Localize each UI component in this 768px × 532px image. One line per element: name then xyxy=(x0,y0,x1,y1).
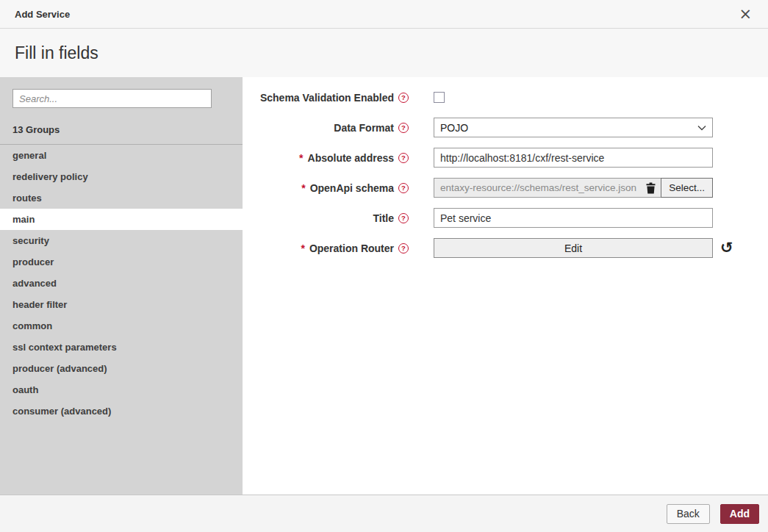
openapi-schema-value: entaxy-resource://schemas/rest_service.j… xyxy=(440,182,641,193)
sidebar-item-producer-advanced[interactable]: producer (advanced) xyxy=(0,358,243,379)
title-input[interactable] xyxy=(434,208,713,228)
sidebar-item-general[interactable]: general xyxy=(0,145,243,166)
help-icon[interactable]: ? xyxy=(398,243,409,254)
openapi-schema-input-group: entaxy-resource://schemas/rest_service.j… xyxy=(434,178,713,198)
openapi-schema-input: entaxy-resource://schemas/rest_service.j… xyxy=(434,178,661,198)
groups-sidebar: 13 Groups general redelivery policy rout… xyxy=(0,77,243,495)
select-schema-button[interactable]: Select... xyxy=(661,178,713,198)
form-row-openapi-schema: * OpenApi schema ? entaxy-resource://sch… xyxy=(243,178,768,198)
sidebar-item-security[interactable]: security xyxy=(0,230,243,251)
sidebar-item-routes[interactable]: routes xyxy=(0,187,243,209)
required-marker: * xyxy=(301,182,306,194)
label-cell: * Operation Router ? xyxy=(243,242,409,254)
control-cell xyxy=(434,92,713,103)
absolute-address-input[interactable] xyxy=(434,148,713,168)
label-cell: Title ? xyxy=(243,212,409,224)
field-label: Data Format xyxy=(334,122,394,134)
dialog-title: Add Service xyxy=(15,9,70,20)
required-marker: * xyxy=(298,152,304,164)
sidebar-item-advanced[interactable]: advanced xyxy=(0,273,243,294)
group-list: general redelivery policy routes main se… xyxy=(0,145,243,422)
field-label: Schema Validation Enabled xyxy=(260,92,394,104)
help-glyph: ? xyxy=(401,245,406,252)
control-cell xyxy=(434,208,713,228)
form-panel: Schema Validation Enabled ? Data Format … xyxy=(243,77,768,495)
sidebar-item-redelivery-policy[interactable]: redelivery policy xyxy=(0,166,243,187)
control-cell: entaxy-resource://schemas/rest_service.j… xyxy=(434,178,713,198)
dialog-header: Add Service × xyxy=(0,0,768,29)
sidebar-item-main[interactable]: main xyxy=(0,209,243,230)
form-row-data-format: Data Format ? POJO xyxy=(243,118,768,137)
edit-operation-router-button[interactable]: Edit xyxy=(434,238,713,258)
data-format-select[interactable]: POJO xyxy=(434,118,713,137)
schema-validation-checkbox[interactable] xyxy=(434,92,445,103)
help-glyph: ? xyxy=(401,184,406,192)
sidebar-item-common[interactable]: common xyxy=(0,315,243,337)
dialog-footer: Back Add xyxy=(0,495,768,532)
add-service-dialog: Add Service × Fill in fields 13 Groups g… xyxy=(0,0,768,532)
help-glyph: ? xyxy=(401,124,406,132)
dialog-body: 13 Groups general redelivery policy rout… xyxy=(0,77,768,495)
form-row-title: Title ? xyxy=(243,208,768,228)
help-icon[interactable]: ? xyxy=(398,213,409,223)
field-label: OpenApi schema xyxy=(310,182,394,194)
sidebar-item-ssl-context-parameters[interactable]: ssl context parameters xyxy=(0,337,243,358)
search-input[interactable] xyxy=(12,89,212,108)
field-label: Title xyxy=(373,212,394,224)
help-glyph: ? xyxy=(401,94,406,101)
groups-count-label: 13 Groups xyxy=(12,124,230,135)
close-icon[interactable]: × xyxy=(737,7,753,22)
page-title: Fill in fields xyxy=(0,29,768,77)
control-cell: POJO xyxy=(434,118,713,137)
help-icon[interactable]: ? xyxy=(398,93,409,103)
control-cell: Edit xyxy=(434,238,713,258)
help-icon[interactable]: ? xyxy=(398,183,409,193)
sidebar-item-consumer-advanced[interactable]: consumer (advanced) xyxy=(0,400,243,422)
undo-icon[interactable]: ↺ xyxy=(720,240,733,256)
help-glyph: ? xyxy=(401,154,406,162)
sidebar-item-producer[interactable]: producer xyxy=(0,251,243,273)
field-label: Operation Router xyxy=(309,242,394,254)
add-button[interactable]: Add xyxy=(720,504,759,524)
help-glyph: ? xyxy=(401,215,406,222)
label-cell: Data Format ? xyxy=(243,122,409,134)
label-cell: Schema Validation Enabled ? xyxy=(243,92,409,104)
chevron-down-icon xyxy=(697,125,706,131)
label-cell: * OpenApi schema ? xyxy=(243,182,409,194)
form-row-schema-validation: Schema Validation Enabled ? xyxy=(243,87,768,107)
help-icon[interactable]: ? xyxy=(398,153,409,163)
label-cell: * Absolute address ? xyxy=(243,152,409,164)
form-row-absolute-address: * Absolute address ? xyxy=(243,148,768,168)
field-label: Absolute address xyxy=(308,152,394,164)
form-row-operation-router: * Operation Router ? Edit ↺ xyxy=(243,238,768,258)
required-marker: * xyxy=(300,242,305,254)
trash-icon[interactable] xyxy=(645,182,656,194)
control-cell xyxy=(434,148,713,168)
back-button[interactable]: Back xyxy=(667,504,710,524)
sidebar-item-oauth[interactable]: oauth xyxy=(0,379,243,400)
data-format-value: POJO xyxy=(440,122,468,134)
help-icon[interactable]: ? xyxy=(398,123,409,133)
sidebar-item-header-filter[interactable]: header filter xyxy=(0,294,243,315)
